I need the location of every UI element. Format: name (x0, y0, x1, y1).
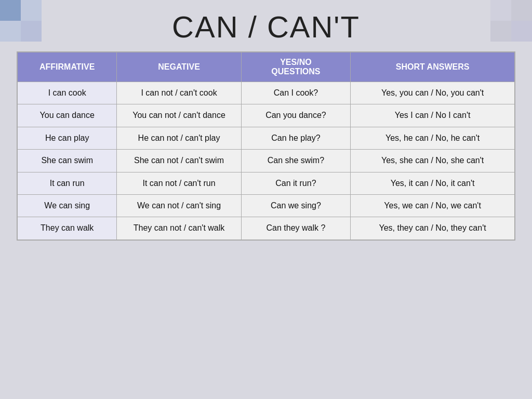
affirmative-cell: We can sing (18, 194, 117, 217)
short-answer-cell: Yes, it can / No, it can't (351, 172, 515, 194)
short-answer-cell: Yes, we can / No, we can't (351, 194, 515, 217)
title-area: CAN / CAN'T (0, 0, 532, 51)
affirmative-cell: It can run (18, 172, 117, 194)
negative-cell: You can not / can't dance (117, 104, 241, 127)
table-row: It can runIt can not / can't runCan it r… (18, 172, 515, 194)
negative-cell: I can not / can't cook (117, 82, 241, 104)
affirmative-cell: They can walk (18, 217, 117, 240)
table-row: I can cookI can not / can't cookCan I co… (18, 82, 515, 104)
table-header-row: AFFIRMATIVE NEGATIVE YES/NOQUESTIONS SHO… (18, 52, 515, 82)
question-cell: Can I cook? (241, 82, 351, 104)
table-row: We can singWe can not / can't singCan we… (18, 194, 515, 217)
table-row: He can playHe can not / can't playCan he… (18, 127, 515, 149)
short-answer-cell: Yes, he can / No, he can't (351, 127, 515, 149)
negative-cell: It can not / can't run (117, 172, 241, 194)
question-cell: Can it run? (241, 172, 351, 194)
table-row: They can walkThey can not / can't walkCa… (18, 217, 515, 240)
short-answer-cell: Yes, they can / No, they can't (351, 217, 515, 240)
question-cell: Can they walk ? (241, 217, 351, 240)
short-answer-cell: Yes I can / No I can't (351, 104, 515, 127)
affirmative-cell: He can play (18, 127, 117, 149)
table-row: You can danceYou can not / can't danceCa… (18, 104, 515, 127)
affirmative-cell: I can cook (18, 82, 117, 104)
grammar-table-container: AFFIRMATIVE NEGATIVE YES/NOQUESTIONS SHO… (17, 51, 515, 241)
negative-cell: They can not / can't walk (117, 217, 241, 240)
col-header-affirmative: AFFIRMATIVE (18, 52, 117, 82)
question-cell: Can you dance? (241, 104, 351, 127)
col-header-negative: NEGATIVE (117, 52, 241, 82)
short-answer-cell: Yes, she can / No, she can't (351, 150, 515, 172)
col-header-questions: YES/NOQUESTIONS (241, 52, 351, 82)
short-answer-cell: Yes, you can / No, you can't (351, 82, 515, 104)
affirmative-cell: She can swim (18, 150, 117, 172)
negative-cell: We can not / can't sing (117, 194, 241, 217)
table-row: She can swimShe can not / can't swimCan … (18, 150, 515, 172)
question-cell: Can she swim? (241, 150, 351, 172)
negative-cell: She can not / can't swim (117, 150, 241, 172)
negative-cell: He can not / can't play (117, 127, 241, 149)
affirmative-cell: You can dance (18, 104, 117, 127)
grammar-table: AFFIRMATIVE NEGATIVE YES/NOQUESTIONS SHO… (17, 52, 515, 240)
question-cell: Can we sing? (241, 194, 351, 217)
question-cell: Can he play? (241, 127, 351, 149)
col-header-short-answers: SHORT ANSWERS (351, 52, 515, 82)
page-title: CAN / CAN'T (0, 9, 532, 44)
